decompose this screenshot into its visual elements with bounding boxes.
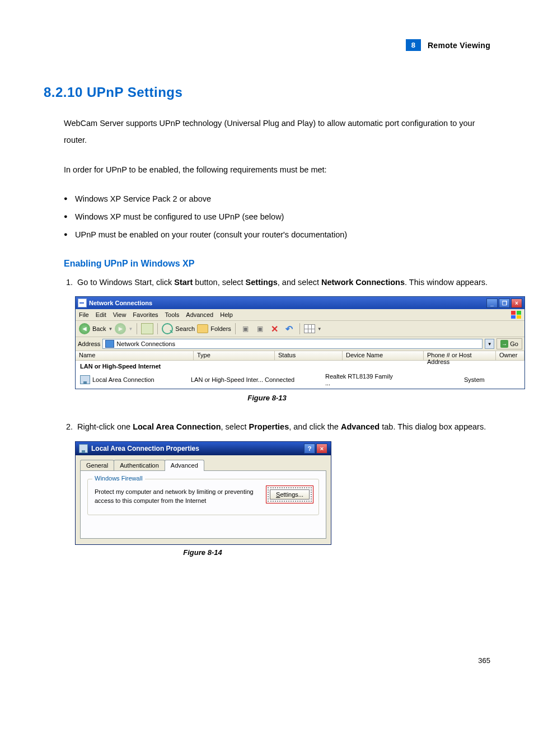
address-dropdown-icon[interactable]: ▼ [485,339,494,349]
window-titlebar[interactable]: Network Connections _ ❐ × [76,297,524,309]
list-row[interactable]: Local Area Connection LAN or High-Speed … [76,371,524,389]
close-button[interactable]: × [316,444,327,454]
help-button[interactable]: ? [304,444,315,454]
body-paragraph-1: WebCam Server supports UPnP technology (… [44,115,490,149]
figure-8-13: Network Connections _ ❐ × File Edit View… [44,296,490,389]
col-type[interactable]: Type [194,351,275,360]
address-label: Address [78,340,100,347]
back-button[interactable]: ◄ [79,323,90,334]
col-name[interactable]: Name [76,351,194,360]
copy-to-button[interactable]: ▣ [254,323,266,335]
tab-general[interactable]: General [80,460,114,470]
search-button[interactable]: Search [162,323,195,334]
toolbar-separator [299,323,300,334]
go-arrow-icon: → [500,340,508,348]
delete-button[interactable]: ✕ [269,323,281,335]
windows-logo-icon [511,311,521,319]
menu-file[interactable]: File [79,311,89,318]
groupbox-legend: Windows Firewall [92,475,145,482]
toolbar-separator [157,323,158,334]
firewall-description: Protect my computer and network by limit… [95,487,259,506]
row-type: LAN or High-Speed Inter... [191,376,265,383]
tab-authentication[interactable]: Authentication [114,460,165,470]
step-text: tab. This dialog box appears. [380,422,486,431]
forward-button[interactable]: ► [115,323,126,334]
menu-tools[interactable]: Tools [165,311,180,318]
subsection-heading: Enabling UPnP in Windows XP [64,259,490,269]
go-label: Go [510,340,518,347]
views-dropdown-icon[interactable]: ▼ [317,326,322,332]
figure-caption-14: Figure 8-14 [75,548,330,557]
step-bold: Settings [246,278,278,287]
window-icon [78,298,87,307]
step-text: , and select [278,278,321,287]
row-device: Realtek RTL8139 Family ... [325,373,399,386]
folders-button[interactable]: Folders [197,324,231,333]
up-button[interactable] [141,323,153,334]
figure-8-14: Local Area Connection Properties ? × Gen… [44,441,490,557]
network-connections-window: Network Connections _ ❐ × File Edit View… [75,296,525,389]
dialog-title: Local Area Connection Properties [91,445,304,452]
views-button[interactable] [304,324,315,333]
requirements-list: Windows XP Service Pack 2 or above Windo… [44,190,490,244]
menu-bar: File Edit View Favorites Tools Advanced … [76,309,524,321]
step-text: Go to Windows Start, click [77,278,174,287]
dialog-icon [79,444,88,453]
page-number: 365 [44,561,490,665]
step-bold: Local Area Connection [133,422,221,431]
toolbar-separator [235,323,236,334]
menu-view[interactable]: View [113,311,127,318]
settings-button-highlight: Settings... [268,487,312,502]
back-dropdown-icon[interactable]: ▼ [108,326,113,332]
step-text: button, select [193,278,245,287]
menu-help[interactable]: Help [220,311,233,318]
row-owner: System [464,376,520,383]
col-device-name[interactable]: Device Name [343,351,424,360]
list-item: Windows XP Service Pack 2 or above [75,190,490,208]
menu-advanced[interactable]: Advanced [186,311,213,318]
window-title: Network Connections [89,300,486,306]
col-phone[interactable]: Phone # or Host Address [424,351,496,360]
list-group-header: LAN or High-Speed Internet [76,361,524,371]
chapter-badge: 8 [406,39,421,51]
column-headers: Name Type Status Device Name Phone # or … [76,351,524,361]
steps-list-2: Right-click one Local Area Connection, s… [44,418,490,436]
search-label: Search [175,325,195,332]
address-field[interactable]: Network Connections [102,339,483,349]
tab-advanced[interactable]: Advanced [165,460,204,471]
step-bold: Properties [249,422,289,431]
col-status[interactable]: Status [275,351,343,360]
settings-label-rest: ettings... [280,491,303,498]
address-value: Network Connections [116,340,175,347]
settings-button[interactable]: Settings... [270,489,310,500]
step-bold: Advanced [341,422,380,431]
row-status: Connected [265,376,325,383]
tab-panel: Windows Firewall Protect my computer and… [80,470,326,539]
step-item: Go to Windows Start, click Start button,… [75,273,490,292]
maximize-button[interactable]: ❐ [499,298,510,308]
back-label: Back [92,325,106,332]
minimize-button[interactable]: _ [486,298,498,308]
section-heading: 8.2.10 UPnP Settings [44,85,490,100]
toolbar-separator [137,323,137,334]
step-item: Right-click one Local Area Connection, s… [75,418,490,436]
step-text: , select [221,422,249,431]
step-bold: Start [174,278,193,287]
toolbar: ◄ Back ▼ ► ▼ Search Folders ▣ ▣ [76,321,524,337]
search-icon [162,323,173,334]
list-item: Windows XP must be configured to use UPn… [75,208,490,226]
dialog-titlebar[interactable]: Local Area Connection Properties ? × [76,442,331,455]
address-icon [105,340,114,348]
menu-favorites[interactable]: Favorites [133,311,158,318]
move-to-button[interactable]: ▣ [240,323,252,335]
col-owner[interactable]: Owner [496,351,524,360]
list-body: LAN or High-Speed Internet Local Area Co… [76,361,524,389]
folder-icon [197,324,208,333]
chapter-header: 8 Remote Viewing [44,39,490,51]
menu-edit[interactable]: Edit [96,311,106,318]
go-button[interactable]: → Go [496,338,522,349]
close-button[interactable]: × [511,298,522,308]
folders-label: Folders [210,325,231,332]
undo-button[interactable]: ↶ [283,323,296,335]
row-name: Local Area Connection [92,376,154,383]
